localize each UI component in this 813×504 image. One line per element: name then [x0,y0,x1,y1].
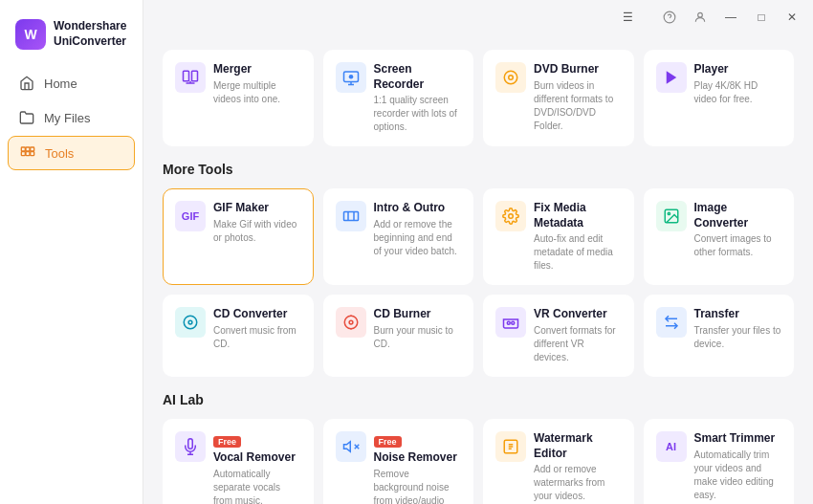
watermark-editor-icon [495,431,526,462]
sidebar-item-tools[interactable]: Tools [8,136,135,170]
transfer-icon [656,307,687,338]
screen-recorder-icon [336,62,366,93]
player-icon [656,62,687,93]
intro-outro-icon [336,201,366,231]
svg-rect-5 [31,152,34,156]
gif-maker-icon: GIF [175,201,206,231]
svg-rect-3 [21,152,25,156]
svg-point-22 [184,317,197,330]
main-content: Merger Merge multiple videos into one. S… [143,0,813,504]
tools-icon [20,145,35,161]
sidebar-item-label: Tools [45,146,74,161]
user-button[interactable] [687,7,714,28]
app-logo: W Wondershare UniConverter [0,10,143,67]
svg-point-23 [188,321,192,325]
free-badge: Free [374,436,402,448]
svg-point-19 [509,214,514,219]
close-button[interactable]: ✕ [779,7,805,28]
sidebar-item-label: Home [44,77,77,91]
image-converter-icon [656,201,687,231]
menu-button[interactable]: ☰ [614,7,641,28]
folder-icon [19,110,34,125]
tool-screen-recorder[interactable]: Screen Recorder 1:1 quality screen recor… [323,50,474,146]
svg-point-26 [507,322,510,325]
cd-burner-icon [336,307,366,338]
more-tools-grid: GIF GIF Maker Make Gif with video or pho… [163,188,794,377]
maximize-button[interactable]: □ [748,7,775,28]
tool-transfer[interactable]: Transfer Transfer your files to device. [644,295,795,377]
ai-lab-title: AI Lab [163,392,794,407]
sidebar-item-home[interactable]: Home [8,67,135,99]
svg-rect-10 [192,71,198,81]
sidebar-item-label: My Files [44,111,90,125]
top-tools-grid: Merger Merge multiple videos into one. S… [163,50,794,146]
tool-vocal-remover[interactable]: Free Vocal Remover Automatically separat… [163,419,314,504]
tool-dvd-burner[interactable]: DVD Burner Burn videos in different form… [483,50,634,146]
cd-converter-icon [175,307,206,338]
dvd-burner-icon [495,62,526,93]
ai-lab-grid: Free Vocal Remover Automatically separat… [163,419,794,504]
home-icon [19,76,34,91]
sidebar-nav: Home My Files Tools [0,67,143,170]
logo-icon: W [15,19,46,50]
merger-icon [175,62,206,93]
sidebar-item-myfiles[interactable]: My Files [8,101,135,134]
minimize-button[interactable]: — [717,7,744,28]
svg-point-27 [512,322,515,325]
tool-noise-remover[interactable]: Free Noise Remover Remove background noi… [323,419,474,504]
tool-merger[interactable]: Merger Merge multiple videos into one. [163,50,314,146]
tool-watermark-editor[interactable]: Watermark Editor Add or remove watermark… [483,419,634,504]
svg-point-8 [698,12,703,17]
tool-vr-converter[interactable]: VR Converter Convert formats for differe… [483,295,634,377]
svg-point-21 [668,212,670,214]
tool-cd-converter[interactable]: CD Converter Convert music from CD. [163,295,314,377]
vr-converter-icon [495,307,526,338]
more-tools-title: More Tools [163,162,794,177]
tool-smart-trimmer[interactable]: AI Smart Trimmer Automatically trim your… [644,419,795,504]
free-badge: Free [213,436,241,448]
tool-cd-burner[interactable]: CD Burner Burn your music to CD. [323,295,474,377]
svg-point-14 [509,76,514,80]
titlebar: ☰ — □ ✕ [287,0,813,34]
tool-gif-maker[interactable]: GIF GIF Maker Make Gif with video or pho… [163,188,314,285]
svg-marker-30 [343,442,350,452]
svg-point-25 [349,321,353,325]
svg-rect-16 [343,212,358,221]
svg-rect-4 [26,152,30,156]
noise-remover-icon [336,431,366,462]
tool-player[interactable]: Player Play 4K/8K HD video for free. [644,50,795,146]
svg-marker-15 [666,71,676,84]
tool-fix-media-metadata[interactable]: Fix Media Metadata Auto-fix and edit met… [483,188,634,285]
svg-point-13 [504,71,517,84]
app-name: Wondershare UniConverter [54,19,126,49]
vocal-remover-icon [175,431,206,462]
help-button[interactable] [656,7,683,28]
svg-rect-9 [184,71,189,81]
fix-metadata-icon [495,201,526,231]
tool-intro-outro[interactable]: Intro & Outro Add or remove the beginnin… [323,188,474,285]
svg-rect-0 [21,147,25,151]
svg-point-24 [344,317,358,330]
sidebar: W Wondershare UniConverter Home My Files… [0,0,143,504]
svg-rect-1 [26,147,30,151]
tool-image-converter[interactable]: Image Converter Convert images to other … [644,188,795,285]
svg-point-12 [348,75,353,79]
smart-trimmer-icon: AI [656,431,687,462]
svg-rect-2 [31,147,34,151]
